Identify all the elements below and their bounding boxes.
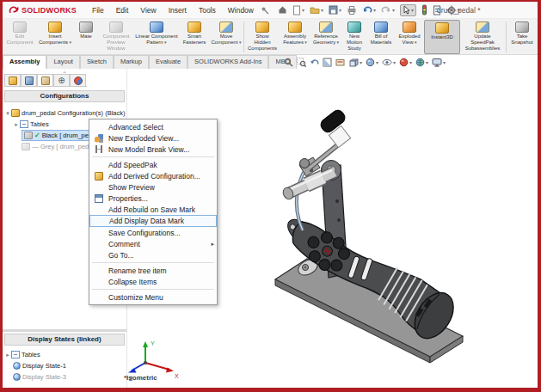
tab-dimxpert-manager[interactable]: ⊕ xyxy=(53,74,70,86)
assembly-features-icon xyxy=(288,21,302,33)
menu-view[interactable]: View xyxy=(140,6,156,15)
ribbon-button-label: Reference Geometry xyxy=(313,34,339,46)
zoom-to-area-icon[interactable] xyxy=(297,58,306,67)
dropdown-arrow-icon[interactable]: ▾ xyxy=(339,7,341,13)
menu-edit[interactable]: Edit xyxy=(116,6,129,15)
print-icon[interactable] xyxy=(347,4,357,16)
section-view-icon[interactable] xyxy=(323,58,332,67)
menu-tools[interactable]: Tools xyxy=(199,6,216,15)
display-style-icon[interactable]: ▾ xyxy=(366,58,378,67)
menu-item-comment[interactable]: Comment ▸ xyxy=(89,238,217,249)
menu-item-add-speedpak[interactable]: Add SpeedPak xyxy=(89,159,217,170)
ribbon-button-update-speedpak-subassemblies[interactable]: Update SpeedPak Subassemblies xyxy=(460,20,505,54)
menu-item-add-display-data-mark[interactable]: Add Display Data Mark xyxy=(89,215,217,227)
home-icon[interactable] xyxy=(278,4,287,16)
configurations-header: Configurations xyxy=(4,90,125,102)
tab-display-manager[interactable] xyxy=(70,74,86,86)
dropdown-arrow-icon[interactable]: ▾ xyxy=(443,59,446,65)
tab-configuration-manager[interactable] xyxy=(37,74,53,86)
ribbon-button-bill-of-materials[interactable]: Bill of Materials xyxy=(367,20,395,54)
ribbon-button-smart-fasteners[interactable]: Smart Fasteners xyxy=(179,20,210,54)
select-tool-icon[interactable]: ▾ xyxy=(400,4,416,16)
menu-item-label: Customize Menu xyxy=(108,293,163,302)
menu-item-new-exploded-view[interactable]: New Exploded View... xyxy=(89,132,217,144)
expander-icon[interactable]: ▾ xyxy=(4,110,11,117)
undo-icon[interactable]: ▾ xyxy=(362,4,376,16)
ribbon-button-show-hidden-components[interactable]: Show Hidden Components xyxy=(245,20,280,54)
tables-icon xyxy=(11,351,20,358)
menu-item-rename-tree-item[interactable]: Rename tree item xyxy=(89,265,217,276)
command-manager-ribbon: Edit Component Insert Components Mate Co… xyxy=(3,19,538,55)
menu-item-go-to[interactable]: Go To... xyxy=(89,249,217,260)
ribbon-button-mate[interactable]: Mate xyxy=(74,20,98,54)
view-settings-icon[interactable]: ▾ xyxy=(432,58,446,67)
insert-components-icon xyxy=(48,21,62,33)
tab-markup[interactable]: Markup xyxy=(114,55,149,69)
menu-item-new-model-break-view[interactable]: New Model Break View... xyxy=(89,144,217,155)
menu-item-properties[interactable]: Properties... xyxy=(89,193,217,204)
open-document-icon[interactable]: ▾ xyxy=(310,4,323,16)
tree-row-display-state-1[interactable]: Display State-1 xyxy=(3,360,126,371)
tree-row-ds-tables[interactable]: ▸ Tables xyxy=(3,349,126,360)
dropdown-arrow-icon[interactable]: ▾ xyxy=(360,59,362,65)
tab-layout[interactable]: Layout xyxy=(46,55,80,69)
view-orientation-icon[interactable]: ▾ xyxy=(348,58,362,67)
menu-file[interactable]: File xyxy=(92,6,104,15)
tab-evaluate[interactable]: Evaluate xyxy=(149,55,188,69)
ribbon-button-reference-geometry[interactable]: Reference Geometry xyxy=(310,20,341,54)
menu-item-collapse-items[interactable]: Collapse Items xyxy=(89,276,217,287)
menu-item-add-derived-configuration[interactable]: Add Derived Configuration... xyxy=(89,170,217,181)
tree-row-configuration-root[interactable]: ▾ drum_pedal Configuration(s) (Black) xyxy=(3,107,126,119)
tab-property-manager[interactable] xyxy=(21,74,37,86)
hide-show-items-icon[interactable]: ▾ xyxy=(382,58,396,67)
ribbon-button-large-assembly-settings[interactable]: Large Assembly Settings xyxy=(537,20,541,54)
dropdown-arrow-icon[interactable]: ▾ xyxy=(392,7,395,13)
tab-sketch[interactable]: Sketch xyxy=(80,55,114,69)
ribbon-button-instant3d[interactable]: Instant3D xyxy=(424,20,460,54)
menu-item-add-rebuild-on-save-mark[interactable]: Add Rebuild on Save Mark xyxy=(89,204,217,215)
ribbon-button-insert-components[interactable]: Insert Components xyxy=(36,20,74,54)
menu-insert[interactable]: Insert xyxy=(169,6,187,15)
ribbon-button-new-motion-study[interactable]: New Motion Study xyxy=(341,20,367,54)
tab-assembly[interactable]: Assembly xyxy=(3,55,46,69)
display-states-tree: ▸ Tables Display State-1 Display State-3 xyxy=(3,349,126,383)
apply-scene-icon[interactable]: ▾ xyxy=(415,58,428,67)
ribbon-button-assembly-features[interactable]: Assembly Features xyxy=(280,20,310,54)
zoom-to-fit-icon[interactable] xyxy=(284,58,293,67)
edit-appearance-icon[interactable]: ▾ xyxy=(399,58,412,67)
dropdown-arrow-icon[interactable]: ▾ xyxy=(302,7,304,13)
ribbon-button-linear-component-pattern[interactable]: Linear Component Pattern xyxy=(134,20,179,54)
rebuild-icon[interactable] xyxy=(421,4,427,16)
dropdown-arrow-icon[interactable]: ▾ xyxy=(411,7,414,13)
ribbon-button-move-component[interactable]: Move Component xyxy=(210,20,243,54)
menu-window[interactable]: Window xyxy=(228,6,254,15)
dropdown-arrow-icon[interactable]: ▾ xyxy=(373,7,376,13)
menu-item-customize-menu[interactable]: Customize Menu xyxy=(89,291,217,303)
properties-icon xyxy=(95,194,103,203)
save-icon[interactable]: ▾ xyxy=(329,4,341,16)
expander-icon[interactable]: ▸ xyxy=(4,352,11,358)
tree-row-display-state-3[interactable]: Display State-3 xyxy=(3,371,126,383)
redo-icon[interactable]: ▾ xyxy=(381,4,395,16)
menu-item-advanced-select[interactable]: Advanced Select xyxy=(89,121,217,132)
pin-menu-icon[interactable] xyxy=(261,4,269,16)
ribbon-button-take-snapshot[interactable]: Take Snapshot xyxy=(507,20,537,54)
menu-item-show-preview[interactable]: Show Preview xyxy=(89,181,217,193)
tab-feature-manager[interactable] xyxy=(4,74,21,86)
menu-item-save-configurations[interactable]: Save Configurations... xyxy=(89,227,217,238)
dropdown-arrow-icon[interactable]: ▾ xyxy=(393,59,396,65)
menu-separator xyxy=(92,262,214,263)
previous-view-icon[interactable] xyxy=(310,58,319,67)
add-derived-configuration-icon xyxy=(95,172,103,181)
menu-separator xyxy=(92,289,214,290)
dropdown-arrow-icon[interactable]: ▾ xyxy=(426,59,428,65)
annotation-view-icon[interactable] xyxy=(335,58,345,67)
dropdown-arrow-icon[interactable]: ▾ xyxy=(376,59,378,65)
tab-solidworks-add-ins[interactable]: SOLIDWORKS Add-Ins xyxy=(188,55,268,69)
dropdown-arrow-icon[interactable]: ▾ xyxy=(409,59,412,65)
new-document-icon[interactable]: ▾ xyxy=(292,4,304,16)
expander-icon[interactable]: ▸ xyxy=(13,121,20,128)
dropdown-arrow-icon[interactable]: ▾ xyxy=(321,7,323,13)
ribbon-button-exploded-view[interactable]: Exploded View xyxy=(395,20,424,54)
ribbon-separator xyxy=(243,21,244,52)
